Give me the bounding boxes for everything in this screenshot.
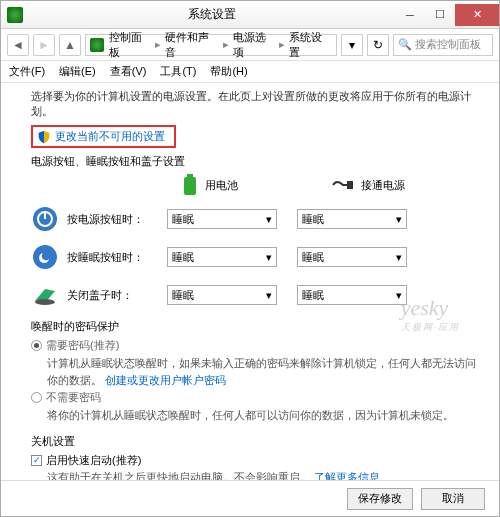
require-password-radio[interactable]: [31, 340, 42, 351]
address-bar: ◄ ► ▲ 控制面板 ▸ 硬件和声音 ▸ 电源选项 ▸ 系统设置 ▾ ↻ 🔍 搜…: [1, 29, 499, 61]
bc-settings[interactable]: 系统设置: [289, 30, 332, 60]
up-button[interactable]: ▲: [59, 34, 81, 56]
footer: 保存修改 取消: [1, 480, 499, 516]
sleep-btn-plugged-select[interactable]: 睡眠▾: [297, 247, 407, 267]
window-title: 系统设置: [29, 6, 395, 23]
dropdown-button[interactable]: ▾: [341, 34, 363, 56]
lid-plugged-select[interactable]: 睡眠▾: [297, 285, 407, 305]
svg-point-7: [35, 299, 55, 305]
power-button-icon: [31, 205, 59, 233]
sleep-button-icon: [31, 243, 59, 271]
change-unavailable-link[interactable]: 更改当前不可用的设置: [31, 125, 176, 148]
svg-rect-1: [187, 174, 193, 177]
power-button-label: 按电源按钮时：: [67, 212, 167, 227]
chevron-down-icon: ▾: [396, 251, 402, 264]
lid-icon: [31, 281, 59, 309]
search-icon: 🔍: [398, 38, 412, 51]
fastboot-label: 启用快速启动(推荐): [46, 453, 141, 468]
shutdown-section-title: 关机设置: [31, 434, 481, 449]
menu-view[interactable]: 查看(V): [110, 64, 147, 79]
chevron-down-icon: ▾: [396, 289, 402, 302]
menu-edit[interactable]: 编辑(E): [59, 64, 96, 79]
search-input[interactable]: 🔍 搜索控制面板: [393, 34, 493, 56]
menu-tools[interactable]: 工具(T): [160, 64, 196, 79]
shield-icon: [37, 130, 51, 144]
no-password-label: 不需要密码: [46, 390, 101, 405]
bc-power[interactable]: 电源选项: [233, 30, 276, 60]
svg-rect-2: [347, 181, 353, 189]
close-button[interactable]: ✕: [455, 4, 499, 26]
plug-icon: [331, 176, 355, 194]
breadcrumb[interactable]: 控制面板 ▸ 硬件和声音 ▸ 电源选项 ▸ 系统设置: [85, 34, 337, 56]
bc-root[interactable]: 控制面板: [109, 30, 152, 60]
no-password-desc: 将你的计算机从睡眠状态唤醒时，任何人都可以访问你的数据，因为计算机未锁定。: [47, 407, 481, 424]
svg-rect-0: [184, 177, 196, 195]
svg-point-6: [33, 245, 57, 269]
lid-label: 关闭盖子时：: [67, 288, 167, 303]
no-password-radio[interactable]: [31, 392, 42, 403]
content-area: 选择要为你的计算机设置的电源设置。在此页上对设置所做的更改将应用于你所有的电源计…: [1, 83, 499, 480]
plugged-label: 接通电源: [361, 178, 405, 193]
fastboot-desc: 这有助于在关机之后更快地启动电脑。不会影响重启。 了解更多信息: [47, 469, 481, 481]
chevron-down-icon: ▾: [266, 251, 272, 264]
learn-more-link[interactable]: 了解更多信息: [314, 471, 380, 481]
chevron-down-icon: ▾: [266, 213, 272, 226]
chevron-right-icon: ▸: [279, 38, 285, 51]
sleep-btn-battery-select[interactable]: 睡眠▾: [167, 247, 277, 267]
titlebar: 系统设置 ─ ☐ ✕: [1, 1, 499, 29]
battery-icon: [181, 173, 199, 197]
menu-file[interactable]: 文件(F): [9, 64, 45, 79]
chevron-right-icon: ▸: [155, 38, 161, 51]
search-placeholder: 搜索控制面板: [415, 37, 481, 52]
sleep-button-label: 按睡眠按钮时：: [67, 250, 167, 265]
section-buttons-label: 电源按钮、睡眠按钮和盖子设置: [31, 154, 481, 169]
wake-section-title: 唤醒时的密码保护: [31, 319, 481, 334]
power-btn-battery-select[interactable]: 睡眠▾: [167, 209, 277, 229]
require-password-desc: 计算机从睡眠状态唤醒时，如果未输入正确的密码来解除计算机锁定，任何人都无法访问你…: [47, 355, 481, 388]
menu-help[interactable]: 帮助(H): [210, 64, 247, 79]
chevron-down-icon: ▾: [266, 289, 272, 302]
maximize-button[interactable]: ☐: [425, 4, 455, 26]
battery-label: 用电池: [205, 178, 238, 193]
change-unavailable-label: 更改当前不可用的设置: [55, 129, 165, 144]
chevron-right-icon: ▸: [223, 38, 229, 51]
require-password-label: 需要密码(推荐): [46, 338, 119, 353]
menu-bar: 文件(F) 编辑(E) 查看(V) 工具(T) 帮助(H): [1, 61, 499, 83]
control-panel-icon: [90, 38, 104, 52]
forward-button[interactable]: ►: [33, 34, 55, 56]
power-btn-plugged-select[interactable]: 睡眠▾: [297, 209, 407, 229]
back-button[interactable]: ◄: [7, 34, 29, 56]
chevron-down-icon: ▾: [396, 213, 402, 226]
fastboot-checkbox[interactable]: [31, 455, 42, 466]
lid-battery-select[interactable]: 睡眠▾: [167, 285, 277, 305]
intro-text: 选择要为你的计算机设置的电源设置。在此页上对设置所做的更改将应用于你所有的电源计…: [31, 89, 481, 119]
cancel-button[interactable]: 取消: [421, 488, 485, 510]
create-password-link[interactable]: 创建或更改用户帐户密码: [105, 374, 226, 386]
refresh-button[interactable]: ↻: [367, 34, 389, 56]
app-icon: [7, 7, 23, 23]
bc-hardware[interactable]: 硬件和声音: [165, 30, 218, 60]
minimize-button[interactable]: ─: [395, 4, 425, 26]
save-button[interactable]: 保存修改: [347, 488, 413, 510]
